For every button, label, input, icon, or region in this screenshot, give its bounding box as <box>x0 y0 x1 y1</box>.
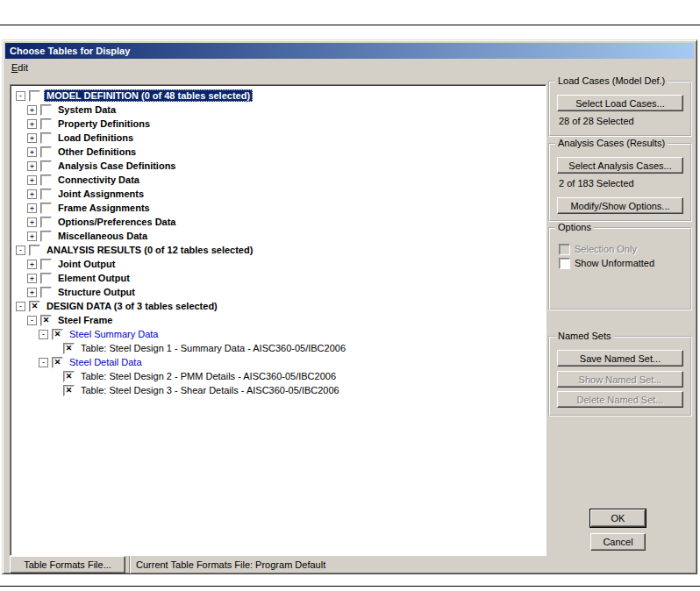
tree-item[interactable]: +Frame Assignments <box>16 201 544 215</box>
expand-icon[interactable]: + <box>27 175 37 185</box>
tree-item[interactable]: ✕Table: Steel Design 2 - PMM Details - A… <box>16 369 544 383</box>
table-formats-file-button[interactable]: Table Formats File... <box>10 556 125 573</box>
tree-checkbox[interactable] <box>40 273 52 284</box>
expand-icon[interactable]: + <box>27 161 37 171</box>
tree-item[interactable]: +Joint Output <box>16 257 544 271</box>
ok-button[interactable]: OK <box>590 509 646 527</box>
expand-icon[interactable]: + <box>27 147 37 157</box>
tree-item[interactable]: ✕Table: Steel Design 1 - Summary Data - … <box>16 341 544 355</box>
tree-item[interactable]: +Miscellaneous Data <box>16 229 544 243</box>
expand-icon[interactable]: + <box>27 133 37 143</box>
tree-checkbox[interactable]: ✕ <box>63 385 75 396</box>
tree-checkbox[interactable]: ✕ <box>63 343 75 354</box>
tree-checkbox[interactable]: ✕ <box>40 315 52 326</box>
tree-checkbox[interactable] <box>40 132 52 144</box>
selection-only-label: Selection Only <box>575 244 637 254</box>
tree-checkbox[interactable] <box>40 217 52 228</box>
tree-item-label[interactable]: DESIGN DATA (3 of 3 tables selected) <box>44 300 220 312</box>
menu-edit[interactable]: Edit <box>5 60 34 75</box>
tree-checkbox[interactable]: ✕ <box>52 357 63 368</box>
expand-icon[interactable]: + <box>27 217 37 227</box>
tree-item-label[interactable]: Analysis Case Definitions <box>55 160 179 172</box>
collapse-icon[interactable]: - <box>39 330 48 339</box>
tree-item-label[interactable]: Structure Output <box>55 286 138 298</box>
tree-item[interactable]: +Connectivity Data <box>16 173 544 187</box>
select-load-cases-button[interactable]: Select Load Cases... <box>557 95 683 111</box>
tree-view[interactable]: -MODEL DEFINITION (0 of 48 tables select… <box>10 84 546 556</box>
tree-checkbox[interactable] <box>29 245 40 256</box>
tree-checkbox[interactable] <box>40 203 52 214</box>
tree-checkbox[interactable] <box>40 259 52 270</box>
tree-item-label[interactable]: Element Output <box>55 272 132 284</box>
expand-icon[interactable]: + <box>27 231 37 241</box>
tree-checkbox[interactable] <box>40 189 52 200</box>
tree-item[interactable]: -✕Steel Detail Data <box>16 355 544 369</box>
tree-item[interactable]: +Joint Assignments <box>16 187 544 201</box>
collapse-icon[interactable]: - <box>16 91 25 101</box>
tree-checkbox[interactable] <box>40 174 52 186</box>
tree-item[interactable]: +Analysis Case Definitions <box>16 159 544 173</box>
tree-item-label[interactable]: Property Definitions <box>55 117 153 130</box>
tree-item[interactable]: -ANALYSIS RESULTS (0 of 12 tables select… <box>16 243 544 257</box>
tree-item-label[interactable]: Load Definitions <box>55 132 136 144</box>
collapse-icon[interactable]: - <box>27 316 37 325</box>
expand-icon[interactable]: + <box>27 203 37 213</box>
expand-icon[interactable]: + <box>27 105 37 115</box>
tree-checkbox[interactable] <box>40 118 52 130</box>
tree-item[interactable]: -✕Steel Frame <box>16 313 544 327</box>
selection-only-checkbox[interactable]: Selection Only <box>559 243 637 255</box>
tree-item-label[interactable]: Options/Preferences Data <box>55 216 179 228</box>
tree-item[interactable]: +Other Definitions <box>16 145 544 159</box>
tree-checkbox[interactable] <box>40 146 52 158</box>
tree-item[interactable]: ✕Table: Steel Design 3 - Shear Details -… <box>16 383 544 397</box>
show-named-set-button[interactable]: Show Named Set... <box>557 371 683 388</box>
expand-icon[interactable]: + <box>27 274 37 283</box>
expand-icon[interactable]: + <box>27 260 37 269</box>
tree-checkbox[interactable]: ✕ <box>52 329 63 340</box>
tree-item-label[interactable]: Table: Steel Design 1 - Summary Data - A… <box>78 342 348 354</box>
tree-item-label[interactable]: Joint Output <box>55 258 118 270</box>
tree-checkbox[interactable]: ✕ <box>29 301 40 312</box>
collapse-icon[interactable]: - <box>39 358 48 367</box>
tree-item[interactable]: +Options/Preferences Data <box>16 215 544 229</box>
tree-item-label[interactable]: Joint Assignments <box>55 188 146 200</box>
expand-icon[interactable]: + <box>27 119 37 129</box>
tree-item[interactable]: +Load Definitions <box>16 131 544 145</box>
tree-item-label[interactable]: System Data <box>55 103 118 116</box>
expand-icon[interactable]: + <box>27 288 37 297</box>
tree-checkbox[interactable] <box>40 104 52 116</box>
tree-checkbox[interactable] <box>40 160 52 172</box>
tree-item-label[interactable]: Miscellaneous Data <box>55 230 150 242</box>
delete-named-set-button[interactable]: Delete Named Set... <box>557 391 683 408</box>
tree-item-label[interactable]: Steel Summary Data <box>67 328 161 340</box>
select-analysis-cases-button[interactable]: Select Analysis Cases... <box>557 157 683 174</box>
tree-checkbox[interactable] <box>40 287 52 298</box>
tree-item-label[interactable]: Frame Assignments <box>55 202 153 214</box>
tree-checkbox[interactable]: ✕ <box>63 371 75 382</box>
tree-item[interactable]: -MODEL DEFINITION (0 of 48 tables select… <box>16 89 544 103</box>
tree-item[interactable]: +Element Output <box>16 271 544 285</box>
tree-item-label[interactable]: Other Definitions <box>55 146 139 158</box>
tree-item-label[interactable]: Steel Detail Data <box>67 356 145 368</box>
tree-checkbox[interactable] <box>40 231 52 242</box>
tree-item[interactable]: -✕Steel Summary Data <box>16 327 544 341</box>
tree-item-label[interactable]: Table: Steel Design 2 - PMM Details - AI… <box>78 370 339 382</box>
save-named-set-button[interactable]: Save Named Set... <box>557 350 683 367</box>
modify-show-options-button[interactable]: Modify/Show Options... <box>557 197 683 214</box>
tree-item-label[interactable]: Table: Steel Design 3 - Shear Details - … <box>78 384 342 396</box>
tree-item-label[interactable]: Steel Frame <box>55 314 115 326</box>
tree-item[interactable]: -✕DESIGN DATA (3 of 3 tables selected) <box>16 299 544 313</box>
tree-item-label[interactable]: Connectivity Data <box>55 174 142 186</box>
tree-item[interactable]: +Property Definitions <box>16 117 544 131</box>
title-bar[interactable]: Choose Tables for Display <box>5 43 694 59</box>
tree-checkbox[interactable] <box>29 90 40 102</box>
tree-item-label[interactable]: MODEL DEFINITION (0 of 48 tables selecte… <box>44 89 253 102</box>
expand-icon[interactable]: + <box>27 189 37 199</box>
tree-item[interactable]: +System Data <box>16 103 544 117</box>
tree-item-label[interactable]: ANALYSIS RESULTS (0 of 12 tables selecte… <box>44 244 255 256</box>
tree-item[interactable]: +Structure Output <box>16 285 544 299</box>
collapse-icon[interactable]: - <box>16 302 25 311</box>
cancel-button[interactable]: Cancel <box>590 533 646 551</box>
collapse-icon[interactable]: - <box>16 246 25 255</box>
show-unformatted-checkbox[interactable]: Show Unformatted <box>559 257 654 269</box>
